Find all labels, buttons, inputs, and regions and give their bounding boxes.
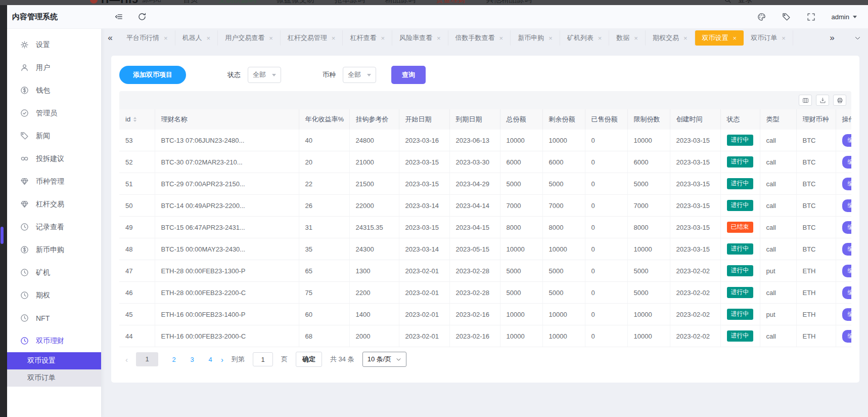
page-tab[interactable]: 新币申购 bbox=[511, 30, 560, 46]
column-header[interactable]: 理财币种 bbox=[796, 109, 836, 130]
refresh-icon[interactable] bbox=[138, 12, 147, 21]
close-icon[interactable] bbox=[269, 35, 273, 41]
confirm-button[interactable]: 确定 bbox=[296, 352, 322, 367]
sidebar-item[interactable]: 新币申购 bbox=[7, 238, 101, 261]
tabs-dropdown-icon[interactable] bbox=[854, 35, 861, 41]
column-header[interactable]: 年化收益率% bbox=[299, 109, 349, 130]
next-page-icon[interactable]: › bbox=[221, 355, 223, 364]
column-header[interactable]: 已售份额 bbox=[585, 109, 627, 130]
sidebar-item[interactable]: 设置 bbox=[7, 33, 101, 56]
page-number[interactable]: 4 bbox=[208, 356, 213, 363]
sidebar-item[interactable]: 双币理财 bbox=[7, 329, 101, 352]
close-icon[interactable] bbox=[164, 35, 168, 41]
page-tab[interactable]: 数据 bbox=[609, 30, 646, 46]
page-tab[interactable]: 矿机列表 bbox=[560, 30, 610, 46]
close-icon[interactable] bbox=[598, 35, 602, 41]
edit-button[interactable]: 编辑 bbox=[842, 286, 852, 299]
columns-toggle-button[interactable] bbox=[799, 95, 812, 106]
close-icon[interactable] bbox=[332, 35, 336, 41]
page-tab[interactable]: 双币设置 bbox=[695, 30, 744, 46]
site-nav-link[interactable]: 交易所源码 bbox=[218, 0, 256, 5]
sort-icon[interactable] bbox=[133, 115, 136, 123]
close-icon[interactable] bbox=[782, 35, 786, 41]
close-icon[interactable] bbox=[733, 35, 737, 41]
edit-button[interactable]: 编辑 bbox=[842, 308, 852, 321]
page-tab[interactable]: 期权交易 bbox=[646, 30, 695, 46]
edit-button[interactable]: 编辑 bbox=[842, 134, 852, 147]
page-size-select[interactable]: 10 条/页 bbox=[362, 352, 407, 367]
close-icon[interactable] bbox=[381, 35, 385, 41]
edit-button[interactable]: 编辑 bbox=[842, 330, 852, 343]
page-tab[interactable]: 杠杆查看 bbox=[343, 30, 392, 46]
site-nav-link[interactable]: 首页 bbox=[183, 0, 198, 5]
tag-icon[interactable] bbox=[782, 13, 791, 21]
status-select[interactable]: 全部 bbox=[248, 67, 281, 83]
page-tab[interactable]: 机器人 bbox=[175, 30, 218, 46]
column-header[interactable]: 挂钩参考价 bbox=[349, 109, 399, 130]
site-nav-link[interactable]: 微盘微交易 bbox=[277, 0, 314, 5]
close-icon[interactable] bbox=[437, 35, 441, 41]
page-tab[interactable]: 双币订单 bbox=[744, 30, 793, 46]
column-header[interactable]: 理财名称 bbox=[155, 109, 299, 130]
column-header[interactable]: 状态 bbox=[720, 109, 760, 130]
site-nav-link[interactable]: 其他精品源码 bbox=[486, 0, 532, 5]
user-menu[interactable]: admin bbox=[832, 13, 857, 21]
column-header[interactable]: 限制份数 bbox=[627, 109, 670, 130]
edit-button[interactable]: 编辑 bbox=[842, 243, 852, 256]
page-number[interactable]: 1 bbox=[136, 352, 158, 366]
theme-palette-icon[interactable] bbox=[757, 13, 766, 21]
close-icon[interactable] bbox=[683, 35, 688, 41]
export-button[interactable] bbox=[816, 95, 829, 106]
column-header[interactable]: id bbox=[119, 109, 155, 130]
query-button[interactable]: 查询 bbox=[391, 66, 426, 84]
site-nav-link[interactable]: 资金理财 bbox=[436, 0, 466, 5]
search-icon[interactable] bbox=[724, 0, 732, 4]
tabs-scroll-right-icon[interactable] bbox=[823, 33, 841, 43]
sidebar-item[interactable]: 记录查看 bbox=[7, 216, 101, 238]
coin-select[interactable]: 全部 bbox=[343, 67, 376, 83]
close-icon[interactable] bbox=[207, 35, 211, 41]
edit-button[interactable]: 编辑 bbox=[842, 199, 852, 212]
sidebar-subitem[interactable]: 双币设置 bbox=[7, 352, 101, 369]
tabs-scroll-left-icon[interactable] bbox=[101, 33, 119, 43]
column-header[interactable]: 开始日期 bbox=[399, 109, 449, 130]
jump-page-input[interactable] bbox=[253, 352, 273, 366]
sidebar-item[interactable]: 新闻 bbox=[7, 124, 101, 147]
column-header[interactable]: 操作 bbox=[836, 109, 851, 130]
collapse-sidebar-icon[interactable] bbox=[114, 12, 123, 21]
sidebar-subitem[interactable]: 双币订单 bbox=[7, 369, 101, 387]
sidebar-item[interactable]: 币种管理 bbox=[7, 170, 101, 193]
page-tab[interactable]: 杠杆交易管理 bbox=[281, 30, 343, 46]
site-nav-link[interactable]: 抢单源码 bbox=[335, 0, 365, 5]
scrollbar-thumb[interactable] bbox=[1, 227, 4, 244]
fullscreen-icon[interactable] bbox=[807, 13, 815, 21]
add-dual-currency-button[interactable]: 添加双币项目 bbox=[119, 66, 186, 84]
column-header[interactable]: 类型 bbox=[760, 109, 796, 130]
page-tab[interactable]: 用户交易查看 bbox=[218, 30, 281, 46]
page-number[interactable]: 2 bbox=[171, 356, 176, 363]
sidebar-item[interactable]: 管理员 bbox=[7, 102, 101, 124]
close-icon[interactable] bbox=[634, 35, 638, 41]
column-header[interactable]: 总份额 bbox=[500, 109, 542, 130]
column-header[interactable]: 剩余份额 bbox=[542, 109, 585, 130]
sidebar-item[interactable]: 钱包 bbox=[7, 79, 101, 102]
prev-page-icon[interactable]: ‹ bbox=[125, 355, 128, 364]
sidebar-item[interactable]: 杠杆交易 bbox=[7, 193, 101, 216]
edit-button[interactable]: 编辑 bbox=[842, 178, 852, 190]
page-number[interactable]: 3 bbox=[190, 356, 195, 363]
site-nav-link[interactable]: 精品源码 bbox=[385, 0, 416, 5]
edit-button[interactable]: 编辑 bbox=[842, 156, 852, 169]
sidebar-item[interactable]: 用户 bbox=[7, 56, 101, 79]
sidebar-item[interactable]: 期权 bbox=[7, 284, 101, 307]
close-icon[interactable] bbox=[549, 35, 553, 41]
site-login-link[interactable]: 登录 bbox=[738, 0, 753, 5]
sidebar-item[interactable]: NFT bbox=[7, 307, 101, 329]
column-header[interactable]: 创建时间 bbox=[670, 109, 720, 130]
sidebar-item[interactable]: 投拆建议 bbox=[7, 147, 101, 170]
page-tab[interactable]: 倍数手数查看 bbox=[448, 30, 511, 46]
page-tab[interactable]: 平台币行情 bbox=[119, 30, 175, 46]
column-header[interactable]: 到期日期 bbox=[449, 109, 500, 130]
close-icon[interactable] bbox=[499, 35, 504, 41]
edit-button[interactable]: 编辑 bbox=[842, 265, 852, 277]
print-button[interactable] bbox=[833, 95, 846, 106]
